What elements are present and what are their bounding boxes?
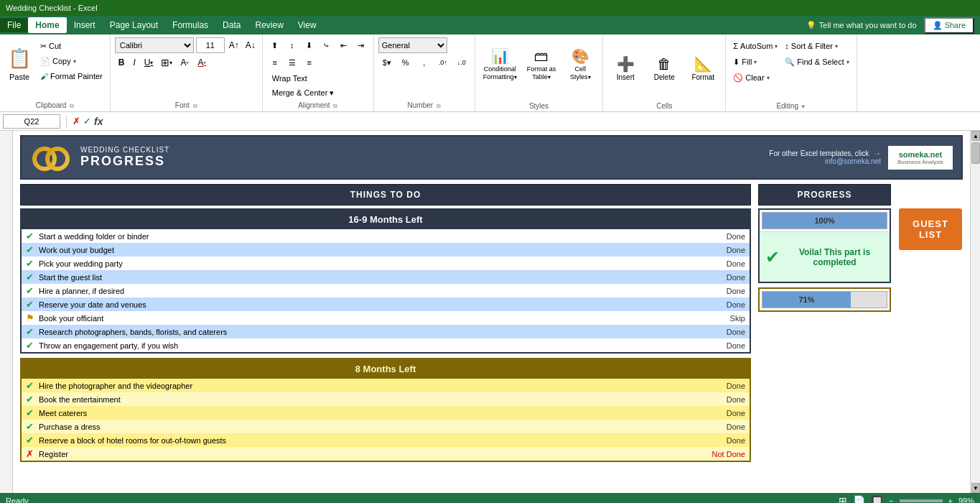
tell-me-box[interactable]: 💡 Tell me what you want to do: [799, 21, 924, 30]
italic-button[interactable]: I: [129, 55, 139, 70]
copy-button[interactable]: 📄 Copy ▾: [37, 54, 106, 68]
cell-styles-button[interactable]: 🎨 CellStyles▾: [562, 37, 598, 82]
section-2-progress: 71%: [758, 287, 891, 312]
page-break-view-icon[interactable]: 🔲: [871, 495, 883, 503]
column-headers-row: THINGS TO DO PROGRESS: [20, 184, 963, 206]
menu-item-view[interactable]: View: [291, 17, 324, 33]
scroll-thumb-up[interactable]: ▲: [971, 131, 980, 141]
font-size-decrease-button[interactable]: A↓: [243, 38, 258, 52]
s2-t6-status: Not Done: [712, 450, 745, 458]
sort-filter-button[interactable]: ↕ Sort & Filter ▾: [782, 39, 851, 53]
formula-confirm-icon[interactable]: ✓: [83, 116, 91, 126]
wrap-text-button[interactable]: Wrap Text: [267, 72, 312, 85]
task-2-text: Work out your budget: [39, 246, 727, 254]
task-2-check: ✔: [26, 244, 39, 255]
insert-button[interactable]: ➕ Insert: [607, 37, 643, 82]
merge-center-button[interactable]: Merge & Center ▾: [267, 86, 340, 100]
font-family-select[interactable]: Calibri: [115, 37, 194, 53]
format-as-table-button[interactable]: 🗃 Format asTable▾: [523, 37, 560, 82]
align-middle-button[interactable]: ↕: [284, 37, 300, 53]
autosum-button[interactable]: Σ AutoSum ▾: [730, 39, 780, 53]
fill-button[interactable]: ⬇ Fill ▾: [730, 55, 780, 69]
zoom-out-icon[interactable]: −: [889, 497, 893, 503]
vertical-scrollbar[interactable]: ▲ ▼: [970, 131, 980, 493]
conditional-icon: 📊: [491, 47, 509, 65]
normal-view-icon[interactable]: ⊞: [839, 495, 847, 503]
task-8-check: ✔: [26, 326, 39, 337]
font-highlight-button[interactable]: A ▾: [177, 55, 192, 70]
find-select-button[interactable]: 🔍 Find & Select ▾: [782, 55, 851, 69]
guest-list-button[interactable]: GUEST LIST: [899, 208, 962, 250]
find-icon: 🔍: [785, 57, 795, 67]
currency-button[interactable]: $▾: [378, 55, 396, 70]
s2-t4-status: Done: [727, 423, 745, 431]
task-5-check: ✔: [26, 285, 39, 296]
comma-button[interactable]: ,: [416, 55, 433, 70]
align-left-button[interactable]: ≡: [267, 55, 283, 70]
formula-fx-icon[interactable]: fx: [94, 116, 103, 127]
zoom-in-icon[interactable]: +: [948, 497, 953, 503]
percent-button[interactable]: %: [397, 55, 414, 70]
align-right-button[interactable]: ≡: [302, 55, 317, 70]
s2-progress-bar-outer: 71%: [762, 291, 887, 308]
menu-item-formulas[interactable]: Formulas: [165, 17, 215, 33]
cut-button[interactable]: ✂ Cut: [37, 39, 106, 53]
indent-increase-button[interactable]: ⇥: [353, 37, 369, 53]
clear-button[interactable]: 🚫 Clear ▾: [730, 70, 780, 85]
status-bar: Ready ⊞ 📄 🔲 − + 99%: [0, 493, 980, 503]
task-8-text: Research photographers, bands, florists,…: [39, 328, 727, 336]
text-direction-button[interactable]: ⤷: [319, 37, 335, 53]
format-painter-button[interactable]: 🖌 Format Painter: [37, 69, 106, 83]
delete-button[interactable]: 🗑 Delete: [646, 37, 682, 82]
decimal-increase-button[interactable]: .0↑: [434, 55, 452, 70]
s2-t2-check: ✔: [26, 394, 39, 405]
progress-column: 100% ✔ Voila! This part is completed: [758, 208, 891, 466]
share-button[interactable]: 👤 Share: [924, 17, 974, 34]
scroll-thumb[interactable]: [971, 142, 980, 164]
section-2: 8 Months Left ✔ Hire the photographer an…: [20, 358, 751, 462]
task-1-check: ✔: [26, 231, 39, 241]
cell-styles-label: CellStyles▾: [570, 65, 591, 81]
font-size-increase-button[interactable]: A↑: [227, 38, 241, 52]
s1-completed-box: ✔ Voila! This part is completed: [760, 231, 890, 282]
header-main-title: PROGRESS: [80, 154, 169, 169]
task-row-2: ✔ Work out your budget Done: [22, 243, 750, 257]
menu-item-file[interactable]: File: [0, 18, 28, 32]
menu-item-data[interactable]: Data: [215, 17, 248, 33]
zoom-slider[interactable]: [900, 499, 943, 502]
task-6-text: Reserve your date and venues: [39, 300, 727, 309]
menu-item-insert[interactable]: Insert: [67, 17, 103, 33]
task-7-text: Book your officiant: [39, 314, 730, 323]
formula-input[interactable]: [106, 114, 977, 129]
font-color-button[interactable]: A ▾: [194, 55, 210, 70]
align-center-button[interactable]: ☰: [284, 55, 300, 70]
section-2-task-2: ✔ Book the entertainment Done: [22, 392, 750, 406]
styles-group: 📊 ConditionalFormatting▾ 🗃 Format asTabl…: [475, 34, 604, 111]
page-layout-view-icon[interactable]: 📄: [853, 495, 865, 503]
paste-button[interactable]: 📋 Paste: [4, 37, 34, 82]
font-size-input[interactable]: [196, 37, 225, 53]
menu-item-pagelayout[interactable]: Page Layout: [103, 17, 165, 33]
s1-completed-check-icon: ✔: [765, 247, 780, 267]
bold-button[interactable]: B: [115, 55, 129, 70]
number-format-select[interactable]: General: [378, 37, 447, 53]
task-3-text: Pick your wedding party: [39, 259, 727, 268]
menu-item-review[interactable]: Review: [248, 17, 290, 33]
menu-item-home[interactable]: Home: [28, 17, 66, 33]
conditional-formatting-button[interactable]: 📊 ConditionalFormatting▾: [480, 37, 521, 82]
underline-button[interactable]: U ▾: [141, 55, 157, 70]
merge-center-label: Merge & Center ▾: [272, 88, 335, 98]
task-1-text: Start a wedding folder or binder: [39, 232, 727, 241]
task-9-check: ✔: [26, 340, 39, 351]
formula-cancel-icon[interactable]: ✗: [73, 116, 80, 126]
align-bottom-button[interactable]: ⬇: [302, 37, 317, 53]
format-button[interactable]: 📐 Format: [685, 37, 721, 82]
scroll-thumb-down[interactable]: ▼: [971, 483, 980, 493]
font-border-button[interactable]: ⊞ ▾: [158, 55, 175, 70]
name-box[interactable]: [3, 114, 60, 129]
task-6-status: Done: [727, 300, 745, 309]
decimal-decrease-button[interactable]: ↓.0: [453, 55, 470, 70]
align-top-button[interactable]: ⬆: [267, 37, 283, 53]
formula-separator: [66, 116, 67, 127]
indent-decrease-button[interactable]: ⇤: [336, 37, 352, 53]
